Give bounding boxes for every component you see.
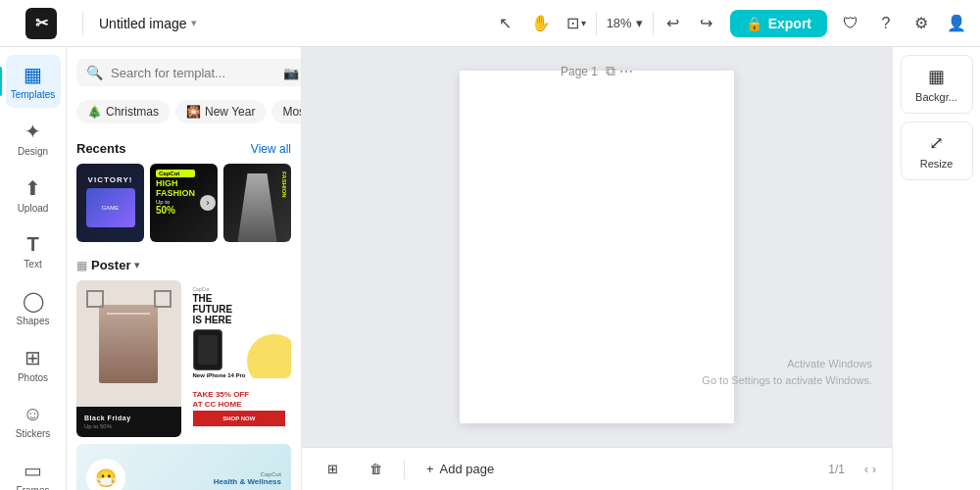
sidebar-item-label-design: Design <box>18 146 48 157</box>
chip-christmas[interactable]: 🎄 Christmas <box>76 100 170 123</box>
more-chip-label: Mos... <box>282 105 301 119</box>
main-area: ▦ Templates ✦ Design ⬆ Upload T Text ◯ S… <box>0 47 980 490</box>
sidebar-item-label-shapes: Shapes <box>17 316 50 326</box>
help-icon[interactable]: ? <box>870 8 902 39</box>
resize-button[interactable]: ⤢ Resize <box>901 122 973 180</box>
copy-page-button[interactable]: ⧉ <box>606 63 615 79</box>
text-icon: T <box>26 233 38 256</box>
canvas-page <box>460 71 734 423</box>
poster-grid: Black Friday Up to 50% CapCut THEFUTUREI… <box>76 280 291 490</box>
divider-left <box>82 12 83 35</box>
topbar-right-icons: 🛡 ? ⚙ 👤 <box>835 8 972 39</box>
stickers-icon: ☺ <box>23 403 42 425</box>
next-page-button[interactable]: › <box>872 463 876 476</box>
search-bar: 🔍 📷 ⊟ <box>67 47 301 94</box>
divider-bottom <box>404 460 405 479</box>
recents-title: Recents <box>76 141 126 156</box>
search-input-wrap: 🔍 📷 <box>76 59 302 86</box>
templates-panel: 🔍 📷 ⊟ 🎄 Christmas 🎇 New Year Mos... <box>67 47 302 490</box>
chip-newyear[interactable]: 🎇 New Year <box>175 100 266 123</box>
recents-nav-arrow[interactable]: › <box>200 195 216 211</box>
poster-right-col: CapCut THEFUTUREIS HERE New iPhone 14 Pr… <box>187 280 292 438</box>
sidebar-item-stickers[interactable]: ☺ Stickers <box>6 395 61 447</box>
background-button[interactable]: ▦ Backgr... <box>901 55 973 114</box>
background-icon: ▦ <box>928 66 945 87</box>
search-icon: 🔍 <box>86 65 103 80</box>
page-label-text: Page 1 <box>561 65 598 78</box>
recents-grid: VICTORY! GAME CapCut HIGHFASHION Up t <box>76 164 291 242</box>
panel-content: Recents View all VICTORY! GAME <box>67 129 301 490</box>
settings-icon[interactable]: ⚙ <box>906 8 937 39</box>
camera-icon[interactable]: 📷 <box>283 66 299 80</box>
page-thumbnail-button[interactable]: ⊞ <box>318 456 348 482</box>
poster-dropdown-icon[interactable]: ▾ <box>134 259 140 271</box>
shield-icon[interactable]: 🛡 <box>835 8 866 39</box>
resize-icon: ⤢ <box>929 132 944 154</box>
canvas-area: Page 1 ⧉ ⋯ Activate Windows Go to Settin… <box>302 47 892 490</box>
topbar-center: Page 1 Untitled image ▾ <box>91 16 482 31</box>
sidebar-item-label-frames: Frames <box>17 485 50 490</box>
delete-page-button[interactable]: 🗑 <box>360 456 392 482</box>
sidebar-item-text[interactable]: T Text <box>6 225 61 277</box>
sidebar-item-templates[interactable]: ▦ Templates <box>6 55 61 108</box>
undo-redo-group: ↩ ↪ <box>658 8 722 39</box>
topbar-left: ✂ <box>8 8 74 39</box>
doc-title-label: Untitled image <box>99 16 187 31</box>
logo-icon[interactable]: ✂ <box>25 8 57 39</box>
view-all-link[interactable]: View all <box>251 142 291 156</box>
christmas-chip-label: Christmas <box>106 105 159 119</box>
hand-tool-button[interactable]: ✋ <box>525 8 557 39</box>
page-actions: ⧉ ⋯ <box>606 63 633 79</box>
sidebar-item-frames[interactable]: ▭ Frames <box>6 451 61 490</box>
doc-title-arrow: ▾ <box>191 17 197 29</box>
category-chips: 🎄 Christmas 🎇 New Year Mos... <box>67 94 301 129</box>
add-page-button[interactable]: + Add page <box>416 456 504 482</box>
activate-watermark: Activate Windows Go to Settings to activ… <box>702 356 872 388</box>
page-indicator: 1/1 <box>828 463 845 476</box>
export-button[interactable]: 🔒 Export <box>730 10 827 37</box>
sidebar-item-upload[interactable]: ⬆ Upload <box>6 169 61 221</box>
zoom-arrow: ▾ <box>636 16 643 30</box>
add-page-label: Add page <box>440 462 495 476</box>
recent-thumb-3[interactable]: FASHION <box>223 164 291 242</box>
newyear-chip-icon: 🎇 <box>186 105 201 119</box>
poster-header: ▦ Poster ▾ <box>76 258 291 272</box>
top-bar: ✂ Page 1 Untitled image ▾ ↖ ✋ ⊡ ▾ 18% ▾ … <box>0 0 980 47</box>
zoom-control[interactable]: 18% ▾ <box>601 16 649 30</box>
search-input[interactable] <box>111 66 275 80</box>
undo-button[interactable]: ↩ <box>658 8 689 39</box>
frame-tool-button[interactable]: ⊡ ▾ <box>561 8 592 39</box>
export-lock-icon: 🔒 <box>746 16 762 31</box>
doc-title[interactable]: Page 1 Untitled image ▾ <box>99 16 197 31</box>
redo-button[interactable]: ↪ <box>691 8 722 39</box>
account-icon[interactable]: 👤 <box>941 8 972 39</box>
activate-line2: Go to Settings to activate Windows. <box>702 372 872 389</box>
sidebar-item-shapes[interactable]: ◯ Shapes <box>6 281 61 334</box>
poster-thumb-blackfriday[interactable]: Black Friday Up to 50% <box>76 280 181 437</box>
resize-label: Resize <box>920 158 954 170</box>
canvas-bottom-bar: ⊞ 🗑 + Add page 1/1 ‹ › <box>302 447 892 490</box>
newyear-chip-label: New Year <box>205 105 255 119</box>
sidebar-item-photos[interactable]: ⊞ Photos <box>6 338 61 391</box>
page-thumb-icon: ⊞ <box>327 462 338 476</box>
recent-thumb-2[interactable]: CapCut HIGHFASHION Up to 50% › <box>150 164 218 242</box>
sidebar-item-design[interactable]: ✦ Design <box>6 112 61 165</box>
poster-category-icon: ▦ <box>76 259 87 272</box>
upload-icon: ⬆ <box>24 176 41 200</box>
frames-icon: ▭ <box>24 459 42 482</box>
sidebar-item-label-stickers: Stickers <box>16 428 51 439</box>
select-tool-button[interactable]: ↖ <box>490 8 521 39</box>
poster-title: Poster <box>91 258 130 272</box>
sidebar-item-label-photos: Photos <box>18 372 48 383</box>
poster-thumb-sale[interactable]: TAKE 35% OFFAT CC HOME SHOP NOW <box>187 384 292 438</box>
chip-more[interactable]: Mos... <box>271 100 301 123</box>
sidebar-item-label-upload: Upload <box>18 203 49 214</box>
poster-thumb-medical[interactable]: 😷 CapCut Health & Wellness <box>76 444 291 490</box>
prev-page-button[interactable]: ‹ <box>864 463 868 476</box>
recents-header: Recents View all <box>76 141 291 156</box>
templates-icon: ▦ <box>24 63 42 86</box>
recent-thumb-1[interactable]: VICTORY! GAME <box>76 164 144 242</box>
more-options-button[interactable]: ⋯ <box>619 63 633 79</box>
page-label-bar: Page 1 ⧉ ⋯ <box>561 63 633 79</box>
poster-thumb-future[interactable]: CapCut THEFUTUREIS HERE New iPhone 14 Pr… <box>187 280 292 378</box>
